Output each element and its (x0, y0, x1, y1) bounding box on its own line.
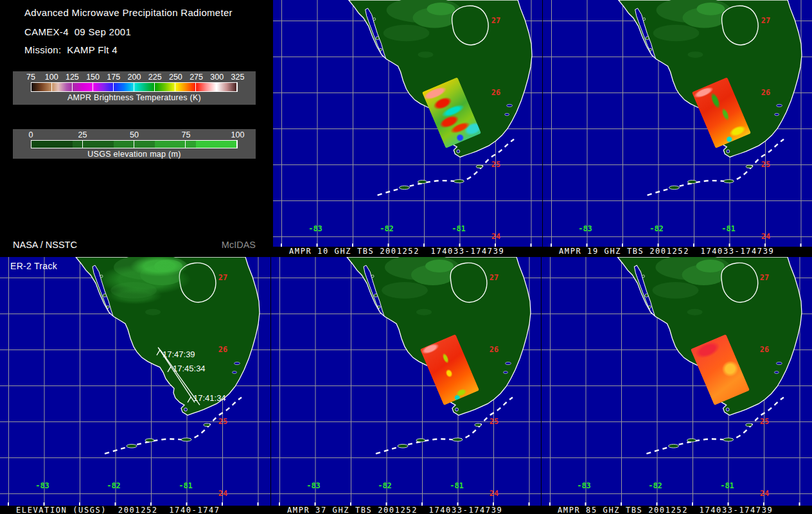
coastline-map (542, 257, 812, 506)
bay-island (380, 48, 382, 51)
lon-label-81w: -81 (716, 481, 738, 490)
bay-island (642, 275, 644, 278)
tb-colorbar-gradient (31, 82, 238, 92)
map-area: 27 26 25 24 -83 -82 -81 (542, 257, 812, 506)
key-island (668, 444, 678, 448)
whitewater-bay (455, 408, 459, 411)
panel-caption: AMPR 10 GHZ TBS 2001252 174033-174739 (273, 247, 543, 256)
tb-tick: 250 (169, 73, 182, 82)
track-annotation: ER-2 Track (10, 261, 57, 271)
east-coast-inlet (506, 362, 511, 365)
florida-basemap: 27 26 25 24 -83 -82 -81 (273, 0, 543, 247)
tb-tick: 75 (26, 73, 35, 82)
track-time-label: 17:47:39 (163, 350, 195, 359)
elev-tick: 0 (29, 130, 33, 139)
elev-colorbar-ticks: 0 25 50 75 100 (31, 130, 238, 140)
elev-tick: 50 (130, 130, 139, 139)
tb-tick: 300 (210, 73, 224, 82)
key-island (723, 438, 734, 441)
lon-label-82w: -82 (646, 224, 667, 233)
bay-island (376, 37, 379, 40)
tb-tick: 100 (45, 73, 58, 82)
key-island (454, 179, 464, 182)
info-panel: Advanced Microwave Precipitation Radiome… (0, 0, 272, 256)
lat-label-27: 27 (487, 16, 505, 25)
panel-caption: AMPR 85 GHZ TBS 2001252 174033-174739 (542, 506, 812, 514)
track-time-label: 17:45:34 (173, 364, 206, 373)
lon-label-82w: -82 (374, 481, 396, 490)
coastline-map (273, 0, 543, 247)
lat-label-25: 25 (487, 160, 505, 169)
lon-label-83w: -83 (304, 224, 326, 233)
tb-tick: 150 (86, 73, 100, 82)
elev-colorbar-label: USGS elevation map (m) (13, 150, 256, 159)
mcidas-ampr-display: Advanced Microwave Precipitation Radiome… (0, 0, 812, 514)
key-island (398, 444, 408, 448)
key-island (687, 180, 696, 183)
lon-label-83w: -83 (573, 481, 595, 490)
lon-label-83w: -83 (303, 481, 324, 490)
key-island (452, 438, 463, 441)
bay-island (375, 294, 378, 297)
tb-tick: 200 (128, 73, 141, 82)
key-island (418, 180, 427, 183)
bay-island (371, 275, 374, 278)
map-area: 27 26 25 24 -83 -82 -81 (271, 257, 542, 506)
key-island (475, 423, 481, 426)
lon-label-82w: -82 (376, 224, 398, 233)
tb-tick: 225 (148, 73, 162, 82)
tb-colorbar-ticks: 75 100 125 150 175 200 225 250 275 300 3… (31, 72, 238, 82)
east-coast-inlet (504, 371, 508, 374)
elev-colorbar-gradient (31, 140, 238, 148)
east-coast-inlet (505, 113, 509, 116)
east-coast-inlet (775, 113, 779, 116)
lat-label-25: 25 (757, 160, 775, 169)
bay-island (645, 294, 648, 297)
panel-caption: ELEVATION (USGS) 2001252 1740-1747 (0, 506, 270, 514)
lon-label-82w: -82 (644, 481, 666, 490)
lat-label-24: 24 (487, 232, 505, 241)
app-title: Advanced Microwave Precipitation Radiome… (24, 7, 233, 18)
software-credit: McIDAS (222, 240, 256, 250)
lat-label-26: 26 (485, 345, 503, 354)
key-island (476, 165, 482, 168)
lat-label-24: 24 (485, 489, 503, 498)
elev-tick: 100 (231, 130, 245, 139)
key-island (723, 179, 734, 182)
campaign-date: CAMEX-4 09 Sep 2001 (24, 26, 131, 37)
brightness-temp-colorbar: 75 100 125 150 175 200 225 250 275 300 3… (13, 71, 256, 105)
lat-label-25: 25 (755, 417, 773, 426)
east-coast-inlet (776, 362, 782, 365)
panel-ampr-10ghz: 27 26 25 24 -83 -82 -81 AMPR 10 GHZ TBS … (272, 0, 543, 256)
coastline-map (271, 257, 542, 506)
lat-label-27: 27 (757, 16, 775, 25)
lat-label-26: 26 (755, 345, 773, 354)
bay-island (646, 37, 649, 40)
bay-island (378, 306, 380, 308)
east-coast-inlet (507, 104, 513, 107)
bay-island (643, 18, 646, 21)
lat-label-27: 27 (755, 273, 773, 282)
track-time-label: 17:41:34 (193, 393, 226, 403)
elev-tick: 25 (78, 130, 87, 139)
key-island (416, 439, 425, 442)
lon-label-81w: -81 (446, 481, 468, 490)
east-coast-inlet (777, 104, 782, 107)
east-coast-inlet (774, 371, 779, 374)
panel-ampr-85ghz: 27 26 25 24 -83 -82 -81 AMPR 85 GHZ TBS … (541, 256, 812, 514)
panel-elevation-track: 27 26 25 24 -83 -82 -81 ER-2 Track 17:47… (0, 256, 270, 514)
key-island (746, 423, 752, 426)
panel-caption: AMPR 37 GHZ TBS 2001252 174033-174739 (271, 506, 542, 514)
florida-basemap: 27 26 25 24 -83 -82 -81 (543, 0, 812, 247)
tb-tick: 325 (231, 73, 245, 82)
lon-label-81w: -81 (448, 224, 470, 233)
lat-label-26: 26 (487, 88, 505, 97)
coastline-map (543, 0, 812, 247)
florida-basemap: 27 26 25 24 -83 -82 -81 (271, 257, 542, 506)
lat-label-24: 24 (757, 232, 775, 241)
panel-ampr-37ghz: 27 26 25 24 -83 -82 -81 AMPR 37 GHZ TBS … (270, 256, 542, 514)
tb-tick: 275 (190, 73, 203, 82)
whitewater-bay (457, 150, 460, 153)
bay-island (373, 18, 376, 21)
elev-tick: 75 (182, 130, 191, 139)
